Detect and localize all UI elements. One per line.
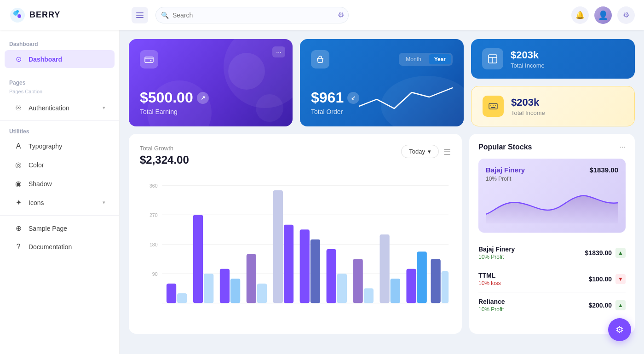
sidebar-item-documentation[interactable]: ? Documentation xyxy=(5,238,115,256)
stock-row-left: Bajaj Finery 10% Profit xyxy=(478,246,515,260)
income-blue-icon xyxy=(482,48,503,69)
sidebar-item-authentication[interactable]: ♾ Authentication ▾ xyxy=(5,99,115,117)
order-tab-group: Month Year xyxy=(399,53,453,66)
stocks-menu-button[interactable]: ··· xyxy=(620,143,626,151)
order-amount-area: $961 ↙ Total Order xyxy=(311,89,359,115)
icons-icon: ✦ xyxy=(14,198,23,207)
stocks-title: Popular Stocks xyxy=(478,143,532,151)
stock-row-left: TTML 10% loss xyxy=(478,272,501,286)
sidebar-item-dashboard-label: Dashboard xyxy=(29,56,105,63)
growth-controls: Today ▾ ☰ xyxy=(401,145,451,158)
search-input[interactable] xyxy=(155,7,349,23)
stock-featured-header: Bajaj Finery $1839.00 xyxy=(486,166,618,174)
svg-rect-26 xyxy=(167,284,176,303)
stock-featured-price: $1839.00 xyxy=(589,166,618,174)
svg-rect-6 xyxy=(136,17,144,18)
svg-rect-45 xyxy=(417,251,427,303)
earning-icon-box xyxy=(140,50,158,69)
avatar[interactable]: 👤 xyxy=(594,6,612,24)
logo-area: BERRY xyxy=(9,7,124,23)
settings-button[interactable]: ⚙ xyxy=(617,6,635,24)
sample-page-icon: ⊕ xyxy=(14,224,23,233)
stock-row-name: Reliance xyxy=(478,298,505,305)
stock-row-left: Reliance 10% Profit xyxy=(478,298,505,313)
main-layout: Dashboard ⊙ Dashboard Pages Pages Captio… xyxy=(0,30,644,354)
chevron-down-icon: ▾ xyxy=(103,105,105,111)
search-filter-button[interactable]: ⚙ xyxy=(338,11,344,19)
stock-trend-icon: ▼ xyxy=(615,274,626,284)
svg-rect-43 xyxy=(391,279,400,303)
sidebar-item-shadow[interactable]: ◉ Shadow xyxy=(5,175,115,193)
wallet-icon xyxy=(144,55,154,64)
color-icon: ◎ xyxy=(14,160,23,169)
income-yellow-text: $203k Total Income xyxy=(511,97,545,116)
growth-header: Total Growth $2,324.00 Today ▾ ☰ xyxy=(140,145,451,166)
stock-trend-icon: ▲ xyxy=(615,248,626,258)
tab-year[interactable]: Year xyxy=(429,54,451,64)
tab-month[interactable]: Month xyxy=(400,54,426,64)
svg-rect-27 xyxy=(177,293,187,303)
stock-row-name: Bajaj Finery xyxy=(478,246,515,253)
stocks-card: Popular Stocks ··· Bajaj Finery $1839.00… xyxy=(469,134,635,334)
sidebar-item-icons[interactable]: ✦ Icons ▾ xyxy=(5,194,115,211)
logo-icon xyxy=(9,7,26,23)
svg-rect-4 xyxy=(136,12,144,13)
order-header: Month Year xyxy=(311,50,453,69)
sidebar-item-typography-label: Typography xyxy=(29,143,105,150)
order-bottom: $961 ↙ Total Order xyxy=(311,83,453,115)
card-total-earning: ··· $500.00 ↗ Total Earning xyxy=(129,39,293,126)
stock-row-profit: 10% Profit xyxy=(478,306,505,313)
chevron-down-icon-2: ▾ xyxy=(103,200,105,206)
fab-settings-button[interactable]: ⚙ xyxy=(608,318,631,341)
sidebar-item-sample-page[interactable]: ⊕ Sample Page xyxy=(5,219,115,237)
today-filter-button[interactable]: Today ▾ xyxy=(401,145,439,158)
stock-row: Reliance 10% Profit $200.00 ▲ xyxy=(478,292,626,318)
growth-amount: $2,324.00 xyxy=(140,154,189,166)
stock-featured-profit: 10% Profit xyxy=(486,176,618,182)
hamburger-button[interactable] xyxy=(132,7,148,23)
stock-featured-name: Bajaj Finery xyxy=(486,166,525,174)
order-chart xyxy=(359,83,453,115)
notification-button[interactable]: 🔔 xyxy=(571,6,589,24)
sidebar-item-dashboard[interactable]: ⊙ Dashboard xyxy=(5,50,115,68)
svg-point-0 xyxy=(10,8,25,23)
shadow-icon: ◉ xyxy=(14,179,23,188)
earning-trend-icon: ↗ xyxy=(197,92,209,104)
order-amount: $961 ↙ xyxy=(311,89,359,106)
sidebar-item-documentation-label: Documentation xyxy=(29,243,105,251)
sidebar: Dashboard ⊙ Dashboard Pages Pages Captio… xyxy=(0,30,120,354)
svg-rect-41 xyxy=(364,288,374,303)
earning-menu-button[interactable]: ··· xyxy=(272,46,285,57)
sidebar-item-typography[interactable]: A Typography xyxy=(5,137,115,155)
bottom-row: Total Growth $2,324.00 Today ▾ ☰ xyxy=(129,134,635,334)
sidebar-item-icons-label: Icons xyxy=(29,199,97,206)
stock-row-price: $100.00 xyxy=(588,275,612,283)
svg-rect-37 xyxy=(310,240,320,303)
sidebar-divider-2 xyxy=(0,120,119,121)
sidebar-divider-1 xyxy=(0,72,119,72)
search-bar: 🔍 ⚙ xyxy=(155,7,349,23)
stocks-header: Popular Stocks ··· xyxy=(478,143,626,151)
order-trend-icon: ↙ xyxy=(347,92,359,104)
growth-title: Total Growth xyxy=(140,145,189,152)
sidebar-item-color-label: Color xyxy=(29,161,105,169)
sidebar-pages-caption: Pages Caption xyxy=(0,88,119,98)
sidebar-section-utilities: Utilities xyxy=(0,125,119,137)
svg-rect-39 xyxy=(337,274,347,303)
income-yellow-amount: $203k xyxy=(511,97,545,108)
stock-rows-container: Bajaj Finery 10% Profit $1839.00 ▲ TTML … xyxy=(478,240,626,318)
svg-rect-44 xyxy=(406,269,416,303)
chart-menu-button[interactable]: ☰ xyxy=(443,147,451,157)
order-label: Total Order xyxy=(311,108,359,115)
svg-rect-32 xyxy=(247,254,256,303)
sidebar-item-color[interactable]: ◎ Color xyxy=(5,156,115,174)
income-blue-amount: $203k xyxy=(511,49,545,61)
svg-point-2 xyxy=(17,14,21,18)
svg-text:360: 360 xyxy=(150,183,158,188)
sidebar-section-pages: Pages xyxy=(0,76,119,88)
content-area: ··· $500.00 ↗ Total Earning xyxy=(120,30,644,354)
documentation-icon: ? xyxy=(14,243,23,251)
bar-chart-svg: 360 270 180 90 xyxy=(140,176,451,323)
svg-rect-34 xyxy=(273,190,283,303)
svg-point-8 xyxy=(150,60,152,62)
